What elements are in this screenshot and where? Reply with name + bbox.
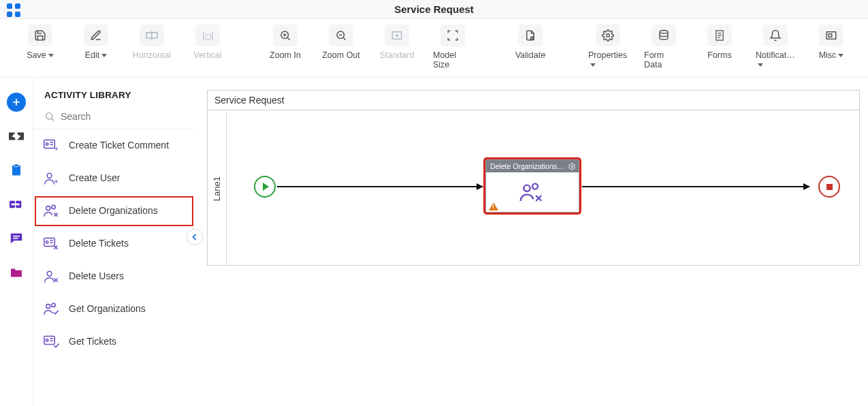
properties-button[interactable]: Properties bbox=[588, 25, 628, 69]
ticket-comment-icon: + bbox=[43, 137, 61, 155]
align-vertical-icon: |□| bbox=[201, 31, 214, 41]
gear-icon[interactable] bbox=[568, 163, 576, 170]
activity-item-get-tickets[interactable]: Get Tickets bbox=[33, 326, 195, 358]
start-node[interactable] bbox=[254, 176, 276, 198]
user-plus-icon: + bbox=[43, 170, 61, 187]
svg-line-7 bbox=[343, 37, 346, 40]
align-horizontal-label: Horizontal bbox=[133, 50, 171, 60]
svg-point-57 bbox=[571, 166, 573, 168]
validate-button[interactable]: Validate bbox=[511, 25, 550, 60]
rail-chat-icon[interactable] bbox=[7, 229, 26, 248]
activity-label: Get Tickets bbox=[69, 336, 116, 348]
zoom-standard-button: Standard bbox=[377, 25, 417, 60]
align-vertical-label: Vertical bbox=[194, 50, 222, 60]
app-switcher-icon[interactable] bbox=[7, 3, 22, 18]
caret-icon bbox=[590, 63, 596, 67]
misc-label: Misc bbox=[819, 50, 837, 60]
zoom-in-label: Zoom In bbox=[270, 50, 301, 60]
lane-body[interactable]: Delete Organizations... bbox=[227, 113, 859, 265]
notifications-button[interactable]: Notificat… bbox=[756, 25, 795, 69]
rail-clipboard-icon[interactable] bbox=[7, 161, 26, 180]
user-delete-icon bbox=[43, 268, 61, 285]
edge-activity-to-end[interactable] bbox=[582, 186, 809, 187]
sidebar-heading: ACTIVITY LIBRARY bbox=[33, 78, 195, 107]
validate-label: Validate bbox=[515, 50, 545, 60]
activity-node-header[interactable]: Delete Organizations... bbox=[486, 160, 579, 172]
forms-icon bbox=[714, 29, 725, 42]
activity-item-create-ticket-comment[interactable]: + Create Ticket Comment bbox=[33, 129, 195, 162]
lane-label-column[interactable]: Lane1 bbox=[208, 113, 227, 265]
page-header: Service Request bbox=[0, 0, 868, 19]
sidebar-collapse-button[interactable] bbox=[187, 229, 203, 245]
activity-node-title: Delete Organizations... bbox=[490, 162, 563, 170]
activity-list: + Create Ticket Comment + Create User De… bbox=[33, 129, 195, 358]
zoom-in-icon bbox=[279, 29, 291, 42]
activity-label: Delete Users bbox=[69, 270, 124, 283]
model-size-label: Model Size bbox=[433, 50, 472, 69]
save-icon bbox=[34, 29, 46, 42]
align-vertical-button: |□| Vertical bbox=[188, 25, 227, 60]
rail-integration-icon[interactable] bbox=[7, 195, 26, 214]
rail-folder-icon[interactable] bbox=[7, 263, 26, 282]
activity-sidebar: ACTIVITY LIBRARY + Create Ticket Comment… bbox=[33, 78, 195, 406]
org-delete-icon bbox=[43, 202, 61, 220]
zoom-out-label: Zoom Out bbox=[322, 50, 360, 60]
activity-item-delete-organizations[interactable]: Delete Organizations bbox=[33, 195, 195, 228]
warning-icon bbox=[489, 202, 498, 210]
form-data-button[interactable]: Form Data bbox=[644, 25, 684, 69]
form-data-label: Form Data bbox=[644, 50, 684, 69]
svg-rect-23 bbox=[14, 164, 18, 167]
activity-node-delete-organizations[interactable]: Delete Organizations... bbox=[485, 159, 579, 213]
svg-point-51 bbox=[46, 304, 50, 309]
rail-add-button[interactable] bbox=[7, 93, 26, 112]
left-rail bbox=[0, 78, 33, 406]
ticket-get-icon bbox=[43, 333, 61, 351]
zoom-out-button[interactable]: Zoom Out bbox=[321, 25, 361, 60]
forms-button[interactable]: Forms bbox=[700, 25, 739, 60]
fit-standard-icon bbox=[391, 30, 403, 41]
svg-point-12 bbox=[607, 34, 610, 37]
edit-button[interactable]: Edit bbox=[76, 25, 116, 60]
model-size-button[interactable]: Model Size bbox=[433, 25, 472, 69]
svg-point-52 bbox=[52, 303, 55, 307]
zoom-standard-label: Standard bbox=[380, 50, 415, 60]
activity-item-delete-tickets[interactable]: Delete Tickets bbox=[33, 228, 195, 260]
model-size-icon bbox=[447, 29, 459, 42]
notifications-label: Notificat… bbox=[756, 50, 795, 60]
edge-start-to-activity[interactable] bbox=[277, 186, 483, 187]
svg-point-32 bbox=[46, 143, 48, 145]
toolbar: Save Edit Horizontal |□| Vertical Zoom I… bbox=[0, 19, 868, 78]
zoom-in-button[interactable]: Zoom In bbox=[266, 25, 305, 60]
canvas-area[interactable]: Service Request Lane1 Delete Organizatio… bbox=[195, 78, 868, 406]
activity-label: Delete Organizations bbox=[69, 205, 158, 217]
misc-button[interactable]: Misc bbox=[811, 25, 851, 60]
rail-zendesk-icon[interactable] bbox=[7, 127, 26, 146]
process-canvas[interactable]: Service Request Lane1 Delete Organizatio… bbox=[207, 90, 860, 266]
activity-node-body bbox=[486, 172, 579, 213]
svg-rect-26 bbox=[12, 204, 20, 206]
org-get-icon bbox=[43, 300, 61, 318]
save-label: Save bbox=[27, 50, 46, 60]
activity-item-delete-users[interactable]: Delete Users bbox=[33, 260, 195, 293]
page-title: Service Request bbox=[394, 3, 474, 15]
misc-icon bbox=[825, 30, 837, 41]
caret-icon bbox=[48, 54, 54, 57]
activity-label: Delete Tickets bbox=[69, 238, 129, 250]
end-node[interactable] bbox=[818, 176, 840, 198]
svg-point-38 bbox=[46, 206, 50, 210]
svg-text:+: + bbox=[54, 178, 58, 185]
process-name[interactable]: Service Request bbox=[208, 91, 859, 110]
properties-label: Properties bbox=[588, 50, 627, 60]
search-input[interactable] bbox=[61, 111, 184, 122]
lane-label: Lane1 bbox=[212, 176, 222, 201]
svg-point-36 bbox=[47, 173, 52, 178]
caret-icon bbox=[838, 54, 843, 57]
activity-label: Create Ticket Comment bbox=[69, 140, 169, 152]
save-button[interactable]: Save bbox=[20, 25, 60, 60]
caret-icon bbox=[101, 54, 107, 57]
activity-item-get-organizations[interactable]: Get Organizations bbox=[33, 293, 195, 326]
svg-rect-19 bbox=[829, 34, 832, 37]
bell-icon bbox=[769, 29, 782, 42]
activity-item-create-user[interactable]: + Create User bbox=[33, 162, 195, 195]
gear-icon bbox=[602, 29, 614, 42]
